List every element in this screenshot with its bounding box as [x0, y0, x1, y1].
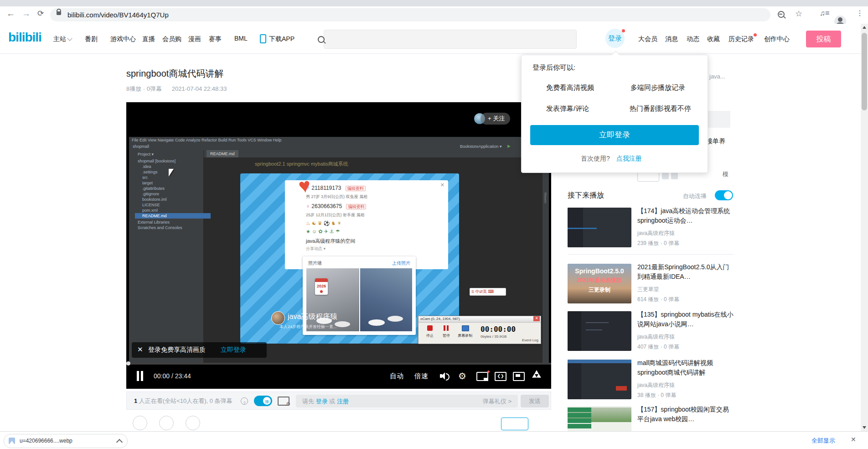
tree-item: bookstore.iml — [142, 197, 167, 202]
sidebar-tag-outline[interactable] — [637, 172, 659, 182]
nav-manga[interactable]: 漫画 — [188, 35, 201, 43]
forward-icon[interactable]: → — [22, 9, 31, 19]
calendar-dot — [320, 290, 323, 293]
sidebar-item-uploader[interactable]: java高级程序猿 — [637, 230, 675, 237]
tree-item: shopmall [bookstore] — [138, 158, 176, 164]
popup-login-button[interactable]: 立即登录 — [530, 125, 699, 145]
bilibili-logo[interactable]: bilibili — [8, 30, 41, 45]
search-icon[interactable] — [318, 36, 325, 43]
miniplayer-badge — [487, 371, 490, 373]
scrollbar[interactable] — [861, 24, 868, 431]
reload-icon[interactable]: ⟳ — [37, 9, 44, 18]
ocam-close-icon: ✕ — [533, 316, 540, 321]
download-chip[interactable]: u=420696666....webp — [4, 434, 128, 448]
register-link[interactable]: 注册 — [337, 398, 349, 405]
coin-button[interactable] — [159, 416, 174, 430]
tree-item: LICENSE — [142, 202, 160, 208]
menu-favorites[interactable]: 收藏 — [707, 35, 720, 43]
nav-vip-shop[interactable]: 会员购 — [162, 35, 181, 43]
qq-id-2: 2630663675 — [311, 203, 342, 209]
sidebar-item-title[interactable]: 【174】java高校运动会管理系统springboot运动会… — [637, 206, 735, 225]
follow-button[interactable]: + 关注 — [480, 113, 510, 125]
favorite-button[interactable] — [186, 416, 200, 430]
media-playlist-icon[interactable]: ♫≡ — [820, 9, 829, 17]
scrollbar-down-arrow[interactable] — [863, 426, 866, 429]
danmaku-toggle[interactable]: 弹 — [254, 396, 272, 406]
menu-messages[interactable]: 消息 — [665, 35, 678, 43]
sidebar-item-uploader[interactable]: java高级程序猿 — [637, 381, 675, 389]
sidebar-item-thumb[interactable] — [568, 311, 631, 351]
sidebar-item-uploader[interactable]: 三更草堂 — [637, 286, 659, 293]
sidebar-item-title[interactable]: 【157】springboot校园闲置交易平台java web校园… — [637, 405, 735, 424]
partial-login-box[interactable] — [501, 418, 528, 430]
sidebar-item-title[interactable]: 【135】springboot mybatis在线小说网站java小说网… — [637, 310, 735, 329]
photo-sneakers — [306, 268, 359, 331]
popup-title: 登录后你可以: — [532, 63, 575, 72]
zoom-icon[interactable] — [778, 11, 785, 18]
like-button[interactable] — [133, 416, 147, 430]
qq-info-2: 25岁 12月1日(公历) 射手座 属相 — [306, 212, 365, 218]
danmaku-settings-gear: ⚙ — [286, 401, 290, 407]
scrollbar-up-arrow[interactable] — [863, 26, 866, 29]
nav-bml[interactable]: BML — [234, 35, 248, 42]
popup-register-link[interactable]: 点我注册 — [616, 155, 642, 162]
close-icon[interactable]: ✕ — [137, 345, 143, 354]
webfullscreen-icon[interactable] — [513, 372, 525, 381]
scrollbar-thumb[interactable] — [862, 33, 867, 110]
progress-bar[interactable] — [126, 363, 551, 365]
download-filename[interactable]: u=420696666....webp — [20, 438, 72, 444]
search-input[interactable] — [329, 32, 558, 46]
sidebar-item-thumb[interactable] — [568, 360, 631, 399]
menu-vip[interactable]: 大会员 — [638, 35, 657, 43]
danmaku-settings-icon[interactable]: ⚙ — [278, 397, 289, 406]
settings-gear-icon[interactable]: ⚙ — [458, 371, 466, 381]
sidebar-item-uploader[interactable]: java高级程序猿 — [637, 333, 675, 341]
lock-icon[interactable] — [57, 11, 61, 15]
ocam-stop-label: 停止 — [422, 333, 438, 338]
nav-main[interactable]: 主站 — [53, 35, 72, 43]
menu-history[interactable]: 历史记录 — [728, 35, 754, 43]
sidebar-item-title[interactable]: mall商城源码代码讲解视频springboot商城代码讲解 — [637, 358, 735, 377]
progress-handle[interactable] — [126, 361, 130, 365]
sidebar-item-thumb[interactable] — [568, 208, 631, 247]
nav-main-label: 主站 — [53, 35, 66, 42]
show-all-downloads[interactable]: 全部显示 — [811, 437, 835, 445]
menu-creator-center[interactable]: 创作中心 — [764, 35, 790, 43]
nav-game-center[interactable]: 游戏中心 — [110, 35, 136, 43]
browser-menu-icon[interactable]: ⋮ — [856, 9, 863, 17]
upload-button[interactable]: 投稿 — [806, 31, 841, 47]
login-avatar[interactable]: 登录 — [605, 29, 625, 48]
send-button[interactable]: 发送 — [521, 395, 549, 407]
widescreen-icon[interactable]: ❮❯ — [495, 372, 506, 381]
quality-button[interactable]: 自动 — [390, 372, 403, 381]
url-text[interactable]: bilibili.com/video/BV1464y1Q7Up — [67, 11, 169, 19]
download-expand-icon[interactable] — [116, 439, 123, 445]
nav-esports[interactable]: 赛事 — [209, 35, 222, 43]
menu-feed[interactable]: 动态 — [687, 35, 699, 43]
etiquette-link[interactable]: 弹幕礼仪 > — [483, 397, 512, 406]
danmaku-input-box[interactable]: 请先 登录 或 注册 弹幕礼仪 > — [296, 395, 518, 407]
sidebar-item-title[interactable]: 2021最新SpringBoot2.5.0从入门到精通最新IDEA… — [637, 262, 735, 282]
ide-code-line: springboot2.1 springmvc mybatis商城系统 — [255, 161, 348, 167]
volume-icon[interactable] — [440, 372, 451, 380]
bookmark-star-icon[interactable]: ☆ — [795, 9, 802, 19]
quality-tip-login-link[interactable]: 立即登录 — [221, 346, 246, 354]
back-icon[interactable]: ← — [6, 9, 15, 19]
nav-download-app[interactable]: 下载APP — [269, 35, 294, 43]
sidebar-fragment-title: java... — [709, 73, 725, 80]
video-player[interactable]: File Edit View Navigate Code Analyze Ref… — [126, 102, 551, 389]
nav-live[interactable]: 直播 — [142, 35, 155, 43]
omnibox[interactable]: bilibili.com/video/BV1464y1Q7Up — [50, 8, 770, 21]
speed-button[interactable]: 倍速 — [414, 372, 428, 381]
login-link[interactable]: 登录 — [316, 398, 328, 405]
sidebar-item-thumb[interactable]: SpringBoot2.5.0 2021年通俗易懂版 三更录制 — [568, 264, 631, 303]
autoplay-toggle[interactable] — [715, 190, 733, 200]
help-icon[interactable]: ? — [241, 397, 248, 405]
thumb-code-line — [586, 329, 602, 330]
nav-bangumi[interactable]: 番剧 — [85, 35, 98, 43]
download-bar-close-icon[interactable]: ✕ — [851, 436, 856, 443]
search-box[interactable] — [324, 30, 577, 49]
pause-button[interactable] — [137, 371, 144, 381]
fullscreen-icon[interactable] — [531, 370, 542, 381]
miniplayer-icon[interactable] — [476, 372, 488, 381]
